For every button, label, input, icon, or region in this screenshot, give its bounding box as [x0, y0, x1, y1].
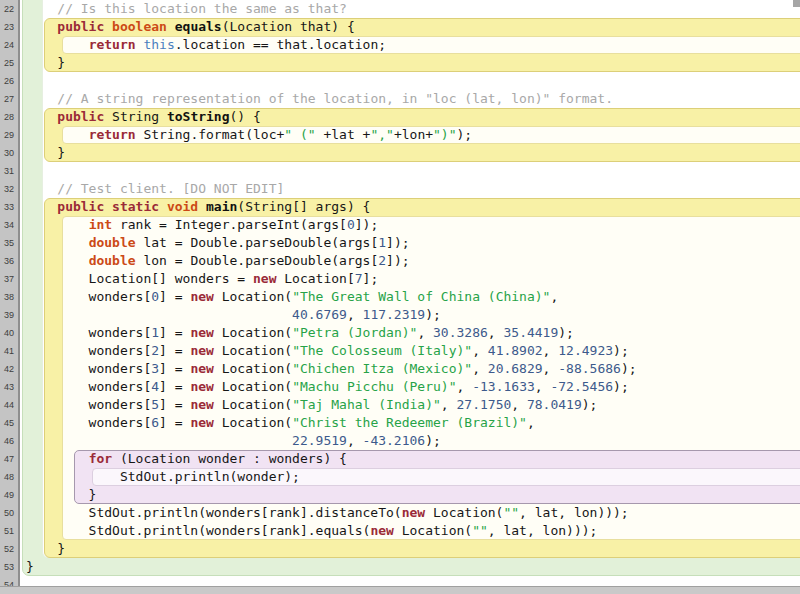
line-number[interactable]: 48	[0, 468, 14, 486]
code-token: 0	[347, 217, 355, 232]
code-line[interactable]: 22.9519, -43.2106);	[26, 432, 441, 450]
line-number[interactable]: 47	[0, 450, 14, 468]
code-line[interactable]: // Test client. [DO NOT EDIT]	[26, 180, 284, 198]
line-number[interactable]: 24	[0, 36, 14, 54]
line-number[interactable]: 43	[0, 378, 14, 396]
line-number[interactable]: 25	[0, 54, 14, 72]
code-token: 22.9519	[292, 433, 347, 448]
code-token: int	[89, 217, 112, 232]
code-line[interactable]: StdOut.println(wonder);	[26, 468, 300, 486]
code-line[interactable]: wonders[6] = new Location("Christ the Re…	[26, 414, 535, 432]
line-number[interactable]: 36	[0, 252, 14, 270]
code-token	[26, 1, 57, 16]
code-token: ,	[472, 343, 488, 358]
code-token: 27.1750	[457, 397, 512, 412]
code-line[interactable]: wonders[3] = new Location("Chichen Itza …	[26, 360, 637, 378]
code-token: wonders[	[26, 343, 151, 358]
line-number[interactable]: 23	[0, 18, 14, 36]
code-token: new	[190, 289, 213, 304]
code-line[interactable]: wonders[5] = new Location("Taj Mahal (In…	[26, 396, 597, 414]
code-token: }	[26, 541, 65, 556]
code-text-layer[interactable]: // Is this location the same as that? pu…	[0, 0, 800, 594]
code-token: StdOut.println(wonders[rank].equals(	[26, 523, 370, 538]
code-token: ,	[535, 379, 551, 394]
code-token: ] =	[159, 397, 190, 412]
code-token: wonders[	[26, 397, 151, 412]
line-number[interactable]: 50	[0, 504, 14, 522]
code-token: String.format(loc+	[143, 127, 284, 142]
line-number[interactable]: 53	[0, 558, 14, 576]
line-number[interactable]: 32	[0, 180, 14, 198]
code-line[interactable]: wonders[0] = new Location("The Great Wal…	[26, 288, 558, 306]
line-number[interactable]: 52	[0, 540, 14, 558]
line-number[interactable]: 31	[0, 162, 14, 180]
line-number[interactable]: 30	[0, 144, 14, 162]
code-line[interactable]: public String toString() {	[26, 108, 261, 126]
code-token: Location(	[214, 361, 292, 376]
line-number[interactable]: 49	[0, 486, 14, 504]
code-token: ,	[550, 289, 558, 304]
code-token: 117.2319	[363, 307, 426, 322]
code-token: ,	[417, 325, 433, 340]
code-line[interactable]: StdOut.println(wonders[rank].distanceTo(…	[26, 504, 629, 522]
code-token: ,	[441, 397, 457, 412]
code-line[interactable]: }	[26, 144, 65, 162]
code-token	[26, 433, 292, 448]
code-line[interactable]: Location[] wonders = new Location[7];	[26, 270, 378, 288]
code-line[interactable]: wonders[1] = new Location("Petra (Jordan…	[26, 324, 574, 342]
code-line[interactable]: wonders[4] = new Location("Machu Picchu …	[26, 378, 629, 396]
line-number[interactable]: 39	[0, 306, 14, 324]
line-number[interactable]: 29	[0, 126, 14, 144]
code-line[interactable]: }	[26, 540, 65, 558]
code-token: // Test client. [DO NOT EDIT]	[57, 181, 284, 196]
code-line[interactable]: double lat = Double.parseDouble(args[1])…	[26, 234, 410, 252]
line-number[interactable]: 51	[0, 522, 14, 540]
code-line[interactable]: 40.6769, 117.2319);	[26, 306, 441, 324]
vertical-scrollbar-thumb-fragment[interactable]	[793, 0, 800, 7]
code-line[interactable]: return String.format(loc+" (" +lat +","+…	[26, 126, 472, 144]
line-number[interactable]: 33	[0, 198, 14, 216]
code-token: () {	[230, 109, 261, 124]
code-token	[26, 37, 89, 52]
line-number[interactable]: 27	[0, 90, 14, 108]
line-number[interactable]: 28	[0, 108, 14, 126]
line-number[interactable]: 34	[0, 216, 14, 234]
line-number[interactable]: 22	[0, 0, 14, 18]
line-number[interactable]: 44	[0, 396, 14, 414]
code-line[interactable]: wonders[2] = new Location("The Colosseum…	[26, 342, 629, 360]
line-number[interactable]: 45	[0, 414, 14, 432]
code-line[interactable]: StdOut.println(wonders[rank].equals(new …	[26, 522, 597, 540]
code-token: " ("	[284, 127, 315, 142]
code-line[interactable]: int rank = Integer.parseInt(args[0]);	[26, 216, 378, 234]
code-line[interactable]: for (Location wonder : wonders) {	[26, 450, 347, 468]
code-token: 4	[151, 379, 159, 394]
line-number[interactable]: 37	[0, 270, 14, 288]
line-number[interactable]: 41	[0, 342, 14, 360]
line-number[interactable]: 40	[0, 324, 14, 342]
line-number[interactable]: 46	[0, 432, 14, 450]
horizontal-scrollbar[interactable]	[0, 586, 800, 594]
code-token: public	[57, 109, 112, 124]
line-number[interactable]: 35	[0, 234, 14, 252]
code-line[interactable]: public static void main(String[] args) {	[26, 198, 370, 216]
line-number[interactable]: 38	[0, 288, 14, 306]
code-line[interactable]: return this.location == that.location;	[26, 36, 386, 54]
code-line[interactable]: // Is this location the same as that?	[26, 0, 347, 18]
code-token	[26, 307, 292, 322]
code-line[interactable]: }	[26, 558, 34, 576]
code-token: Location(	[214, 325, 292, 340]
code-line[interactable]: double lon = Double.parseDouble(args[2])…	[26, 252, 410, 270]
code-line[interactable]: public boolean equals(Location that) {	[26, 18, 355, 36]
code-line[interactable]: // A string representation of the locati…	[26, 90, 613, 108]
code-line[interactable]: }	[26, 54, 65, 72]
code-token: "Petra (Jordan)"	[292, 325, 417, 340]
code-token: wonders[	[26, 379, 151, 394]
code-line[interactable]: }	[26, 486, 96, 504]
code-token: ,	[511, 397, 527, 412]
line-number-gutter[interactable]: 2223242526272829303132333435363738394041…	[0, 0, 20, 594]
code-token: (Location wonder : wonders) {	[112, 451, 347, 466]
code-token: 3	[151, 361, 159, 376]
code-token: double	[89, 253, 136, 268]
line-number[interactable]: 42	[0, 360, 14, 378]
line-number[interactable]: 26	[0, 72, 14, 90]
